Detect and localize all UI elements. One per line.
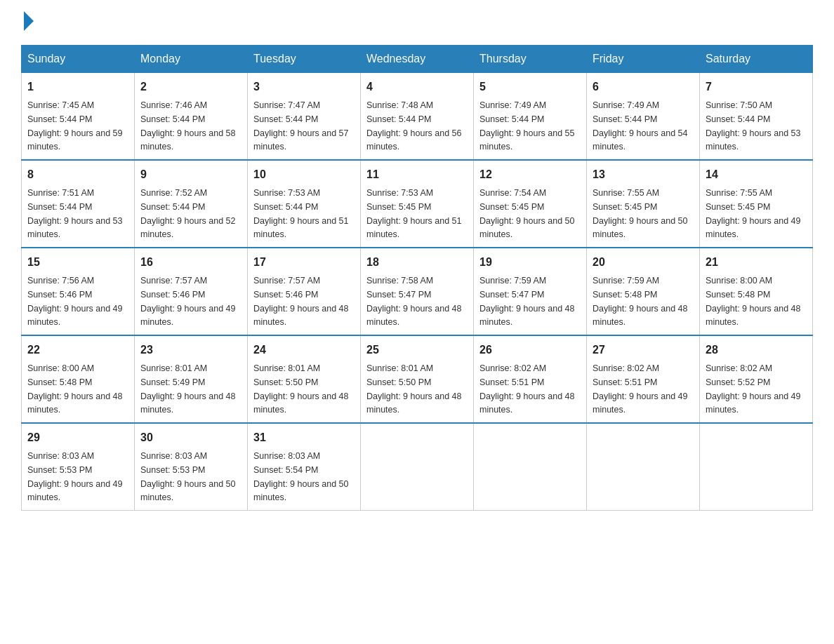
logo-arrow-icon	[24, 11, 34, 31]
day-info: Sunrise: 7:45 AMSunset: 5:44 PMDaylight:…	[27, 100, 123, 152]
calendar-cell: 22Sunrise: 8:00 AMSunset: 5:48 PMDayligh…	[22, 335, 135, 423]
day-info: Sunrise: 7:58 AMSunset: 5:47 PMDaylight:…	[366, 276, 462, 327]
calendar-cell: 16Sunrise: 7:57 AMSunset: 5:46 PMDayligh…	[135, 248, 248, 335]
calendar-cell: 2Sunrise: 7:46 AMSunset: 5:44 PMDaylight…	[135, 73, 248, 161]
day-number: 8	[27, 166, 128, 183]
calendar-table: SundayMondayTuesdayWednesdayThursdayFrid…	[21, 45, 813, 511]
calendar-cell	[700, 423, 813, 511]
page-header	[21, 14, 813, 31]
day-number: 10	[253, 166, 355, 183]
calendar-cell: 23Sunrise: 8:01 AMSunset: 5:49 PMDayligh…	[135, 335, 248, 423]
day-number: 7	[706, 79, 807, 95]
day-info: Sunrise: 8:01 AMSunset: 5:50 PMDaylight:…	[253, 363, 349, 415]
calendar-cell: 11Sunrise: 7:53 AMSunset: 5:45 PMDayligh…	[361, 160, 474, 248]
calendar-cell: 12Sunrise: 7:54 AMSunset: 5:45 PMDayligh…	[474, 160, 587, 248]
col-header-wednesday: Wednesday	[361, 46, 474, 73]
calendar-cell: 10Sunrise: 7:53 AMSunset: 5:44 PMDayligh…	[248, 160, 361, 248]
calendar-cell: 18Sunrise: 7:58 AMSunset: 5:47 PMDayligh…	[361, 248, 474, 335]
day-info: Sunrise: 7:56 AMSunset: 5:46 PMDaylight:…	[27, 276, 123, 327]
calendar-cell	[474, 423, 587, 511]
calendar-cell: 27Sunrise: 8:02 AMSunset: 5:51 PMDayligh…	[587, 335, 700, 423]
col-header-saturday: Saturday	[700, 46, 813, 73]
col-header-monday: Monday	[135, 46, 248, 73]
day-info: Sunrise: 8:03 AMSunset: 5:54 PMDaylight:…	[253, 451, 349, 502]
calendar-cell: 19Sunrise: 7:59 AMSunset: 5:47 PMDayligh…	[474, 248, 587, 335]
day-info: Sunrise: 7:57 AMSunset: 5:46 PMDaylight:…	[253, 276, 349, 327]
day-number: 1	[27, 79, 128, 95]
calendar-cell: 26Sunrise: 8:02 AMSunset: 5:51 PMDayligh…	[474, 335, 587, 423]
calendar-cell: 3Sunrise: 7:47 AMSunset: 5:44 PMDaylight…	[248, 73, 361, 161]
day-number: 27	[593, 342, 694, 358]
day-number: 17	[253, 254, 355, 271]
day-info: Sunrise: 8:03 AMSunset: 5:53 PMDaylight:…	[27, 451, 123, 502]
day-number: 18	[366, 254, 468, 271]
col-header-tuesday: Tuesday	[248, 46, 361, 73]
day-number: 12	[479, 166, 581, 183]
day-info: Sunrise: 8:00 AMSunset: 5:48 PMDaylight:…	[706, 276, 801, 327]
calendar-cell	[361, 423, 474, 511]
calendar-cell: 9Sunrise: 7:52 AMSunset: 5:44 PMDaylight…	[135, 160, 248, 248]
day-info: Sunrise: 7:53 AMSunset: 5:44 PMDaylight:…	[253, 188, 349, 239]
day-info: Sunrise: 7:59 AMSunset: 5:48 PMDaylight:…	[593, 276, 688, 327]
calendar-cell: 30Sunrise: 8:03 AMSunset: 5:53 PMDayligh…	[135, 423, 248, 511]
day-number: 21	[706, 254, 807, 271]
day-number: 4	[366, 79, 468, 95]
day-info: Sunrise: 8:03 AMSunset: 5:53 PMDaylight:…	[140, 451, 236, 502]
day-info: Sunrise: 7:50 AMSunset: 5:44 PMDaylight:…	[706, 100, 801, 152]
calendar-cell: 4Sunrise: 7:48 AMSunset: 5:44 PMDaylight…	[361, 73, 474, 161]
day-number: 6	[593, 79, 694, 95]
day-number: 19	[479, 254, 581, 271]
calendar-week-row: 15Sunrise: 7:56 AMSunset: 5:46 PMDayligh…	[22, 248, 813, 335]
day-info: Sunrise: 7:57 AMSunset: 5:46 PMDaylight:…	[140, 276, 236, 327]
day-info: Sunrise: 8:02 AMSunset: 5:51 PMDaylight:…	[593, 363, 688, 415]
calendar-cell: 31Sunrise: 8:03 AMSunset: 5:54 PMDayligh…	[248, 423, 361, 511]
day-number: 30	[140, 429, 241, 446]
day-number: 31	[253, 429, 355, 446]
day-info: Sunrise: 8:01 AMSunset: 5:50 PMDaylight:…	[366, 363, 462, 415]
day-number: 24	[253, 342, 355, 358]
calendar-cell: 20Sunrise: 7:59 AMSunset: 5:48 PMDayligh…	[587, 248, 700, 335]
calendar-cell: 13Sunrise: 7:55 AMSunset: 5:45 PMDayligh…	[587, 160, 700, 248]
day-info: Sunrise: 7:52 AMSunset: 5:44 PMDaylight:…	[140, 188, 236, 239]
day-info: Sunrise: 7:53 AMSunset: 5:45 PMDaylight:…	[366, 188, 462, 239]
day-number: 3	[253, 79, 355, 95]
logo	[21, 14, 34, 31]
day-info: Sunrise: 8:02 AMSunset: 5:51 PMDaylight:…	[479, 363, 575, 415]
day-info: Sunrise: 7:51 AMSunset: 5:44 PMDaylight:…	[27, 188, 123, 239]
day-number: 26	[479, 342, 581, 358]
calendar-cell: 8Sunrise: 7:51 AMSunset: 5:44 PMDaylight…	[22, 160, 135, 248]
day-number: 23	[140, 342, 241, 358]
day-info: Sunrise: 7:59 AMSunset: 5:47 PMDaylight:…	[479, 276, 575, 327]
calendar-header-row: SundayMondayTuesdayWednesdayThursdayFrid…	[22, 46, 813, 73]
day-number: 16	[140, 254, 241, 271]
day-number: 2	[140, 79, 241, 95]
day-number: 11	[366, 166, 468, 183]
calendar-cell: 15Sunrise: 7:56 AMSunset: 5:46 PMDayligh…	[22, 248, 135, 335]
calendar-week-row: 1Sunrise: 7:45 AMSunset: 5:44 PMDaylight…	[22, 73, 813, 161]
day-info: Sunrise: 7:49 AMSunset: 5:44 PMDaylight:…	[593, 100, 688, 152]
calendar-week-row: 29Sunrise: 8:03 AMSunset: 5:53 PMDayligh…	[22, 423, 813, 511]
col-header-friday: Friday	[587, 46, 700, 73]
day-info: Sunrise: 8:02 AMSunset: 5:52 PMDaylight:…	[706, 363, 801, 415]
calendar-cell: 28Sunrise: 8:02 AMSunset: 5:52 PMDayligh…	[700, 335, 813, 423]
day-number: 14	[706, 166, 807, 183]
day-number: 28	[706, 342, 807, 358]
day-number: 29	[27, 429, 128, 446]
col-header-thursday: Thursday	[474, 46, 587, 73]
day-number: 13	[593, 166, 694, 183]
calendar-cell: 1Sunrise: 7:45 AMSunset: 5:44 PMDaylight…	[22, 73, 135, 161]
day-info: Sunrise: 7:54 AMSunset: 5:45 PMDaylight:…	[479, 188, 575, 239]
calendar-cell: 24Sunrise: 8:01 AMSunset: 5:50 PMDayligh…	[248, 335, 361, 423]
calendar-cell: 21Sunrise: 8:00 AMSunset: 5:48 PMDayligh…	[700, 248, 813, 335]
calendar-cell: 17Sunrise: 7:57 AMSunset: 5:46 PMDayligh…	[248, 248, 361, 335]
calendar-cell	[587, 423, 700, 511]
calendar-week-row: 8Sunrise: 7:51 AMSunset: 5:44 PMDaylight…	[22, 160, 813, 248]
day-number: 5	[479, 79, 581, 95]
day-info: Sunrise: 7:48 AMSunset: 5:44 PMDaylight:…	[366, 100, 462, 152]
day-number: 20	[593, 254, 694, 271]
day-info: Sunrise: 7:46 AMSunset: 5:44 PMDaylight:…	[140, 100, 236, 152]
day-info: Sunrise: 7:55 AMSunset: 5:45 PMDaylight:…	[593, 188, 688, 239]
day-number: 22	[27, 342, 128, 358]
col-header-sunday: Sunday	[22, 46, 135, 73]
day-number: 15	[27, 254, 128, 271]
